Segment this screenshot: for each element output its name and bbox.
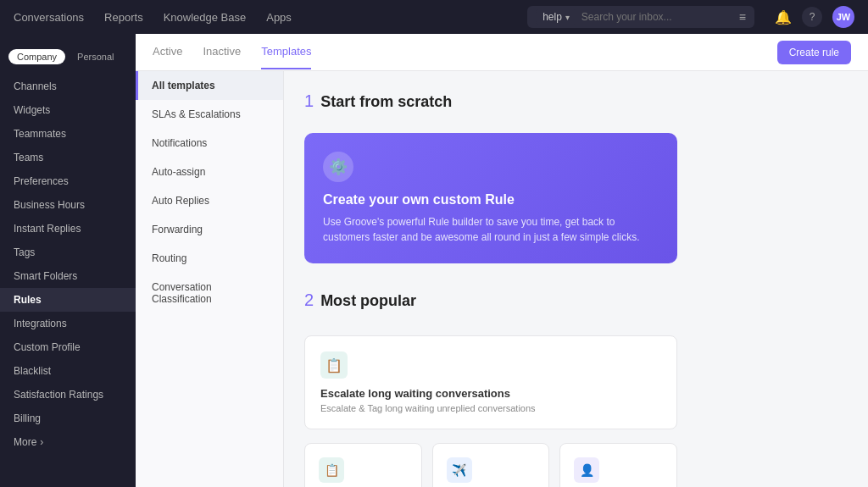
second-sidebar-auto-assign[interactable]: Auto-assign <box>136 158 283 186</box>
scratch-section-heading: Start from scratch <box>320 93 452 111</box>
help-tag[interactable]: help ▾ <box>536 9 576 25</box>
personal-toggle-btn[interactable]: Personal <box>69 49 122 64</box>
nav-items: Conversations Reports Knowledge Base App… <box>14 11 292 24</box>
sidebar-item-teammates[interactable]: Teammates <box>0 122 136 146</box>
notify-sender-card[interactable]: ✈️ Notify based on sender Alert teammate… <box>432 443 550 487</box>
sidebar-item-billing[interactable]: Billing <box>0 407 136 430</box>
chevron-right-icon: › <box>40 436 43 448</box>
sidebar-item-rules[interactable]: Rules <box>0 288 136 312</box>
sidebar-item-blacklist[interactable]: Blacklist <box>0 359 136 383</box>
nav-reports[interactable]: Reports <box>104 11 143 24</box>
main-content-area: All templates SLAs & Escalations Notific… <box>136 71 868 487</box>
search-input[interactable] <box>581 11 734 23</box>
second-sidebar-all-templates[interactable]: All templates <box>136 71 283 100</box>
round-robin-icon: 👤 <box>574 457 599 483</box>
chevron-down-icon: ▾ <box>565 13 570 22</box>
top-navigation: Conversations Reports Knowledge Base App… <box>0 0 868 34</box>
sidebar-item-instant-replies[interactable]: Instant Replies <box>0 217 136 241</box>
second-sidebar-slas[interactable]: SLAs & Escalations <box>136 100 283 129</box>
sidebar-item-satisfaction-ratings[interactable]: Satisfaction Ratings <box>0 383 136 407</box>
left-sidebar: Company Personal Channels Widgets Teamma… <box>0 34 136 487</box>
tab-active[interactable]: Active <box>153 35 182 69</box>
scratch-card-title: Create your own custom Rule <box>323 192 659 208</box>
tab-group: Active Inactive Templates <box>153 35 311 69</box>
avatar[interactable]: JW <box>832 6 854 28</box>
step-2-number: 2 <box>304 291 314 310</box>
settings-icon: ⚙️ <box>323 152 353 182</box>
nav-icon-group: 🔔 ? JW <box>775 6 854 28</box>
step-1-number: 1 <box>304 91 314 111</box>
bell-icon[interactable]: 🔔 <box>775 9 792 25</box>
sidebar-item-tags[interactable]: Tags <box>0 241 136 264</box>
notify-sender-icon: ✈️ <box>447 457 472 483</box>
content-area: Active Inactive Templates Create rule Al… <box>136 34 868 487</box>
company-personal-toggle: Company Personal <box>0 44 136 75</box>
sidebar-item-preferences[interactable]: Preferences <box>0 169 136 193</box>
filter-icon[interactable]: ≡ <box>739 10 746 24</box>
popular-section-heading: Most popular <box>320 292 416 310</box>
company-toggle-btn[interactable]: Company <box>8 49 65 64</box>
create-rule-button[interactable]: Create rule <box>777 41 851 64</box>
second-sidebar-routing[interactable]: Routing <box>136 244 283 273</box>
escalate-icon: 📋 <box>320 351 348 379</box>
second-sidebar-conversation-classification[interactable]: Conversation Classification <box>136 273 283 313</box>
escalate-waiting-desc: Escalate & Tag long waiting unreplied co… <box>320 403 661 413</box>
nav-apps[interactable]: Apps <box>266 11 292 24</box>
page-content: 1 Start from scratch ⚙️ Create your own … <box>284 71 868 487</box>
create-custom-rule-card[interactable]: ⚙️ Create your own custom Rule Use Groov… <box>304 133 677 263</box>
popular-grid: 📋 Escalate long running conversations Es… <box>304 443 677 487</box>
sidebar-item-teams[interactable]: Teams <box>0 146 136 169</box>
second-sidebar-forwarding[interactable]: Forwarding <box>136 215 283 244</box>
escalate-waiting-title: Escalate long waiting conversations <box>320 387 661 400</box>
sidebar-item-business-hours[interactable]: Business Hours <box>0 193 136 217</box>
tabs-bar: Active Inactive Templates Create rule <box>136 34 868 71</box>
tab-templates[interactable]: Templates <box>261 35 311 69</box>
sidebar-item-widgets[interactable]: Widgets <box>0 98 136 122</box>
second-sidebar-notifications[interactable]: Notifications <box>136 129 283 158</box>
sidebar-item-custom-profile[interactable]: Custom Profile <box>0 335 136 359</box>
scratch-card-description: Use Groove's powerful Rule builder to sa… <box>323 214 659 245</box>
help-icon[interactable]: ? <box>802 7 822 27</box>
search-bar[interactable]: help ▾ ≡ <box>527 6 754 28</box>
help-label: help <box>542 11 562 23</box>
nav-knowledge-base[interactable]: Knowledge Base <box>164 11 247 24</box>
second-sidebar-auto-replies[interactable]: Auto Replies <box>136 186 283 215</box>
sidebar-item-integrations[interactable]: Integrations <box>0 312 136 335</box>
nav-conversations[interactable]: Conversations <box>14 11 84 24</box>
tab-inactive[interactable]: Inactive <box>203 35 241 69</box>
sidebar-more-btn[interactable]: More › <box>0 430 136 454</box>
escalate-running-card[interactable]: 📋 Escalate long running conversations Es… <box>304 443 422 487</box>
escalate-running-icon: 📋 <box>319 457 344 483</box>
second-sidebar: All templates SLAs & Escalations Notific… <box>136 71 284 487</box>
round-robin-card[interactable]: 👤 Round Robin with Load Balancing Assign… <box>559 443 677 487</box>
main-layout: Company Personal Channels Widgets Teamma… <box>0 34 868 487</box>
sidebar-item-smart-folders[interactable]: Smart Folders <box>0 264 136 288</box>
sidebar-item-channels[interactable]: Channels <box>0 75 136 98</box>
popular-section: 2 Most popular 📋 Escalate long waiting c… <box>304 291 848 487</box>
escalate-waiting-card[interactable]: 📋 Escalate long waiting conversations Es… <box>304 335 677 429</box>
scratch-section: 1 Start from scratch ⚙️ Create your own … <box>304 91 848 263</box>
